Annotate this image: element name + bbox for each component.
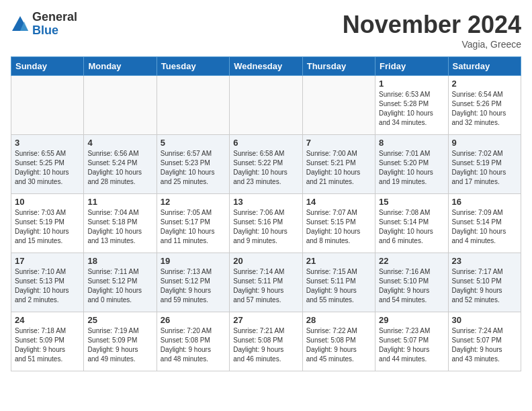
day-number: 16	[452, 197, 517, 207]
location: Vagia, Greece	[343, 39, 521, 50]
calendar-cell: 13Sunrise: 7:06 AM Sunset: 5:16 PM Dayli…	[230, 194, 302, 253]
calendar-cell	[302, 76, 375, 135]
day-info: Sunrise: 7:23 AM Sunset: 5:07 PM Dayligh…	[379, 326, 444, 364]
day-info: Sunrise: 7:10 AM Sunset: 5:13 PM Dayligh…	[15, 267, 80, 305]
day-number: 23	[452, 256, 517, 266]
day-number: 20	[233, 256, 298, 266]
weekday-header-wednesday: Wednesday	[230, 57, 302, 76]
day-number: 17	[15, 256, 80, 266]
calendar-cell	[84, 76, 157, 135]
day-info: Sunrise: 7:24 AM Sunset: 5:07 PM Dayligh…	[452, 326, 517, 364]
day-number: 21	[306, 256, 371, 266]
calendar-cell: 6Sunrise: 6:58 AM Sunset: 5:22 PM Daylig…	[230, 135, 302, 194]
weekday-header-thursday: Thursday	[302, 57, 375, 76]
page-header: General Blue November 2024 Vagia, Greece	[11, 11, 521, 50]
calendar-cell: 12Sunrise: 7:05 AM Sunset: 5:17 PM Dayli…	[157, 194, 229, 253]
day-info: Sunrise: 7:19 AM Sunset: 5:09 PM Dayligh…	[87, 326, 152, 364]
calendar-cell: 24Sunrise: 7:18 AM Sunset: 5:09 PM Dayli…	[11, 312, 84, 371]
day-number: 2	[452, 79, 517, 89]
day-info: Sunrise: 7:02 AM Sunset: 5:19 PM Dayligh…	[452, 149, 517, 187]
day-info: Sunrise: 6:57 AM Sunset: 5:23 PM Dayligh…	[161, 149, 226, 187]
calendar-cell: 15Sunrise: 7:08 AM Sunset: 5:14 PM Dayli…	[375, 194, 448, 253]
day-number: 1	[379, 79, 444, 89]
calendar-week-row: 10Sunrise: 7:03 AM Sunset: 5:19 PM Dayli…	[11, 194, 521, 253]
calendar-cell: 23Sunrise: 7:17 AM Sunset: 5:10 PM Dayli…	[448, 253, 521, 312]
logo-line1: General	[32, 11, 77, 24]
calendar-week-row: 17Sunrise: 7:10 AM Sunset: 5:13 PM Dayli…	[11, 253, 521, 312]
day-number: 5	[161, 138, 226, 148]
day-info: Sunrise: 6:58 AM Sunset: 5:22 PM Dayligh…	[233, 149, 298, 187]
calendar-week-row: 24Sunrise: 7:18 AM Sunset: 5:09 PM Dayli…	[11, 312, 521, 371]
calendar-cell: 1Sunrise: 6:53 AM Sunset: 5:28 PM Daylig…	[375, 76, 448, 135]
calendar-cell: 29Sunrise: 7:23 AM Sunset: 5:07 PM Dayli…	[375, 312, 448, 371]
weekday-header-monday: Monday	[84, 57, 157, 76]
calendar-cell: 3Sunrise: 6:55 AM Sunset: 5:25 PM Daylig…	[11, 135, 84, 194]
day-info: Sunrise: 7:05 AM Sunset: 5:17 PM Dayligh…	[161, 208, 226, 246]
calendar-table: SundayMondayTuesdayWednesdayThursdayFrid…	[11, 56, 521, 371]
calendar-cell	[157, 76, 229, 135]
day-info: Sunrise: 7:01 AM Sunset: 5:20 PM Dayligh…	[379, 149, 444, 187]
day-number: 13	[233, 197, 298, 207]
weekday-header-tuesday: Tuesday	[157, 57, 229, 76]
day-number: 22	[379, 256, 444, 266]
day-info: Sunrise: 7:08 AM Sunset: 5:14 PM Dayligh…	[379, 208, 444, 246]
day-info: Sunrise: 7:17 AM Sunset: 5:10 PM Dayligh…	[452, 267, 517, 305]
day-info: Sunrise: 7:00 AM Sunset: 5:21 PM Dayligh…	[306, 149, 371, 187]
day-info: Sunrise: 7:14 AM Sunset: 5:11 PM Dayligh…	[233, 267, 298, 305]
day-number: 9	[452, 138, 517, 148]
day-number: 19	[161, 256, 226, 266]
day-info: Sunrise: 6:54 AM Sunset: 5:26 PM Dayligh…	[452, 90, 517, 128]
day-info: Sunrise: 6:56 AM Sunset: 5:24 PM Dayligh…	[87, 149, 152, 187]
weekday-header-saturday: Saturday	[448, 57, 521, 76]
calendar-cell	[230, 76, 302, 135]
day-info: Sunrise: 7:04 AM Sunset: 5:18 PM Dayligh…	[87, 208, 152, 246]
logo-icon	[11, 15, 30, 34]
calendar-cell: 21Sunrise: 7:15 AM Sunset: 5:11 PM Dayli…	[302, 253, 375, 312]
day-number: 18	[87, 256, 152, 266]
calendar-cell: 14Sunrise: 7:07 AM Sunset: 5:15 PM Dayli…	[302, 194, 375, 253]
day-info: Sunrise: 7:11 AM Sunset: 5:12 PM Dayligh…	[87, 267, 152, 305]
day-number: 25	[87, 315, 152, 325]
calendar-week-row: 3Sunrise: 6:55 AM Sunset: 5:25 PM Daylig…	[11, 135, 521, 194]
calendar-cell: 25Sunrise: 7:19 AM Sunset: 5:09 PM Dayli…	[84, 312, 157, 371]
day-number: 4	[87, 138, 152, 148]
day-number: 3	[15, 138, 80, 148]
day-info: Sunrise: 7:13 AM Sunset: 5:12 PM Dayligh…	[161, 267, 226, 305]
month-title: November 2024	[343, 11, 521, 39]
weekday-header-row: SundayMondayTuesdayWednesdayThursdayFrid…	[11, 57, 521, 76]
calendar-cell: 2Sunrise: 6:54 AM Sunset: 5:26 PM Daylig…	[448, 76, 521, 135]
calendar-cell: 16Sunrise: 7:09 AM Sunset: 5:14 PM Dayli…	[448, 194, 521, 253]
day-info: Sunrise: 6:55 AM Sunset: 5:25 PM Dayligh…	[15, 149, 80, 187]
calendar-cell: 17Sunrise: 7:10 AM Sunset: 5:13 PM Dayli…	[11, 253, 84, 312]
logo-line2: Blue	[32, 24, 77, 38]
weekday-header-sunday: Sunday	[11, 57, 84, 76]
calendar-cell: 30Sunrise: 7:24 AM Sunset: 5:07 PM Dayli…	[448, 312, 521, 371]
day-info: Sunrise: 7:22 AM Sunset: 5:08 PM Dayligh…	[306, 326, 371, 364]
day-info: Sunrise: 7:18 AM Sunset: 5:09 PM Dayligh…	[15, 326, 80, 364]
calendar-cell: 19Sunrise: 7:13 AM Sunset: 5:12 PM Dayli…	[157, 253, 229, 312]
day-number: 14	[306, 197, 371, 207]
day-info: Sunrise: 7:20 AM Sunset: 5:08 PM Dayligh…	[161, 326, 226, 364]
calendar-cell: 27Sunrise: 7:21 AM Sunset: 5:08 PM Dayli…	[230, 312, 302, 371]
calendar-cell: 8Sunrise: 7:01 AM Sunset: 5:20 PM Daylig…	[375, 135, 448, 194]
weekday-header-friday: Friday	[375, 57, 448, 76]
calendar-cell: 7Sunrise: 7:00 AM Sunset: 5:21 PM Daylig…	[302, 135, 375, 194]
calendar-cell: 5Sunrise: 6:57 AM Sunset: 5:23 PM Daylig…	[157, 135, 229, 194]
day-number: 15	[379, 197, 444, 207]
day-info: Sunrise: 7:16 AM Sunset: 5:10 PM Dayligh…	[379, 267, 444, 305]
day-number: 11	[87, 197, 152, 207]
day-number: 8	[379, 138, 444, 148]
calendar-cell: 9Sunrise: 7:02 AM Sunset: 5:19 PM Daylig…	[448, 135, 521, 194]
day-number: 28	[306, 315, 371, 325]
calendar-cell: 20Sunrise: 7:14 AM Sunset: 5:11 PM Dayli…	[230, 253, 302, 312]
logo: General Blue	[11, 11, 77, 38]
calendar-cell	[11, 76, 84, 135]
day-number: 29	[379, 315, 444, 325]
calendar-cell: 28Sunrise: 7:22 AM Sunset: 5:08 PM Dayli…	[302, 312, 375, 371]
day-info: Sunrise: 7:15 AM Sunset: 5:11 PM Dayligh…	[306, 267, 371, 305]
day-info: Sunrise: 7:06 AM Sunset: 5:16 PM Dayligh…	[233, 208, 298, 246]
day-info: Sunrise: 6:53 AM Sunset: 5:28 PM Dayligh…	[379, 90, 444, 128]
day-number: 30	[452, 315, 517, 325]
title-area: November 2024 Vagia, Greece	[343, 11, 521, 50]
calendar-cell: 26Sunrise: 7:20 AM Sunset: 5:08 PM Dayli…	[157, 312, 229, 371]
